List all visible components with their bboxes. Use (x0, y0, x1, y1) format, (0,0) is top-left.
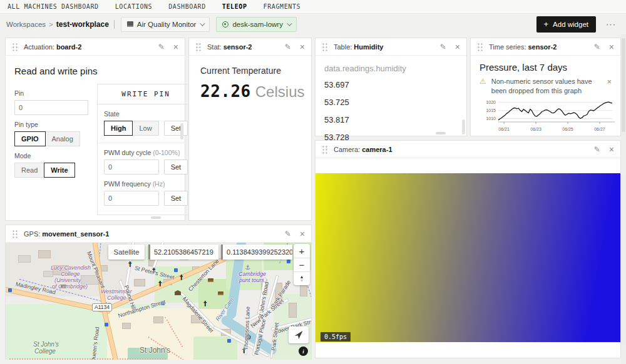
stat-value: 22.26 (200, 82, 251, 101)
add-widget-label: Add widget (553, 21, 588, 28)
info-button[interactable]: i (299, 346, 308, 356)
scrollbar-thumb[interactable] (180, 123, 183, 139)
resize-handle[interactable] (436, 132, 446, 134)
widget-type-label: Camera: (334, 146, 360, 153)
widget-name: board-2 (56, 43, 81, 51)
pwm-duty-input[interactable] (104, 159, 159, 174)
map-label: Madingley Road (15, 281, 56, 295)
map-label: Cambridge (239, 271, 266, 277)
map-label: College (107, 295, 126, 301)
more-menu-button[interactable]: ··· (606, 19, 616, 29)
machine-select[interactable]: desk-sam-lowry (216, 17, 297, 32)
add-widget-button[interactable]: + Add widget (536, 16, 597, 33)
zoom-in-button[interactable]: + (294, 244, 310, 258)
svg-text:1010: 1010 (486, 116, 496, 121)
state-label: State (104, 110, 188, 118)
scrollbar-thumb[interactable] (462, 119, 465, 134)
svg-text:06/27: 06/27 (594, 127, 605, 131)
table-column-header: data.readings.humidity (324, 56, 458, 76)
drag-handle-icon[interactable] (477, 43, 483, 51)
gps-map[interactable]: ††††††⚓⚙ Mount PleasantLucy CavendishCol… (6, 243, 311, 360)
map-label: College (34, 348, 56, 355)
close-icon[interactable]: × (173, 42, 178, 52)
drag-handle-icon[interactable] (322, 145, 328, 154)
widget-type-label: Actuation: (24, 43, 54, 51)
close-icon[interactable]: × (455, 42, 460, 52)
top-nav: ALL MACHINES DASHBOARDLOCATIONSDASHBOARD… (0, 0, 626, 14)
chevron-down-icon (287, 21, 292, 26)
page-scrollbar[interactable] (621, 34, 626, 364)
widget-type-label: Stat: (207, 43, 222, 51)
map-label: Magdalene Street (182, 296, 215, 334)
location-select[interactable]: Air Quality Monitor (121, 17, 210, 32)
edit-icon[interactable]: ✎ (594, 145, 600, 154)
plus-icon: + (544, 20, 549, 28)
map-label: Lucy Cavendish (51, 265, 91, 271)
breadcrumb-current[interactable]: test-workplace (56, 20, 109, 29)
nav-item[interactable]: TELEOP (222, 3, 247, 10)
pwm-freq-input[interactable] (104, 191, 159, 206)
resize-handle[interactable] (151, 216, 161, 219)
satellite-toggle-button[interactable]: Satellite (108, 245, 145, 260)
dismiss-warning-icon[interactable]: × (607, 77, 612, 86)
mode-write-button[interactable]: Write (44, 163, 74, 178)
locate-button[interactable] (289, 326, 309, 343)
toolbar: Workspaces > test-workplace Air Quality … (0, 14, 626, 34)
drag-handle-icon[interactable] (12, 43, 18, 51)
navigate-icon (295, 331, 303, 339)
nav-item[interactable]: ALL MACHINES DASHBOARD (8, 3, 99, 10)
edit-icon[interactable]: ✎ (158, 43, 165, 51)
widget-table: Table:Humidity ✎ × data.readings.humidit… (315, 38, 467, 136)
pressure-chart-svg: 10101015102006/2106/2306/2506/27 (480, 97, 615, 133)
nav-item[interactable]: DASHBOARD (168, 3, 206, 10)
edit-icon[interactable]: ✎ (285, 43, 291, 51)
pin-input[interactable] (14, 100, 88, 115)
edit-icon[interactable]: ✎ (440, 43, 446, 51)
mode-read-button[interactable]: Read (14, 163, 44, 178)
breadcrumb-workspaces[interactable]: Workspaces (6, 21, 46, 28)
map-label: River Cam (215, 297, 235, 322)
write-pin-panel: WRITE PIN State High Low Set PWM duty cy… (97, 84, 195, 215)
location-icon (127, 21, 133, 27)
close-icon[interactable]: × (300, 229, 305, 239)
drag-handle-icon[interactable] (195, 43, 202, 51)
set-pwm-freq-button[interactable]: Set (164, 191, 188, 206)
set-state-button[interactable]: Set (164, 121, 188, 136)
set-pwm-duty-button[interactable]: Set (164, 159, 188, 174)
warning-icon: ⚠ (480, 77, 486, 86)
nav-item[interactable]: FRAGMENTS (264, 3, 301, 10)
state-high-button[interactable]: High (104, 121, 133, 136)
pin-type-analog-button[interactable]: Analog (45, 131, 80, 146)
zoom-out-button[interactable]: − (294, 258, 310, 271)
map-label: Chesterton Lane (188, 258, 220, 293)
compass-button[interactable]: ▲ ▼ (294, 271, 310, 285)
widget-name: sensor-2 (528, 43, 557, 51)
nav-item[interactable]: LOCATIONS (115, 3, 153, 10)
stat-unit: Celsius (255, 83, 305, 101)
map-label: St Peter's Street (134, 265, 175, 281)
drag-handle-icon[interactable] (12, 230, 18, 238)
close-icon[interactable]: × (609, 42, 614, 52)
drag-handle-icon[interactable] (322, 43, 328, 51)
map-label: Park Street (271, 322, 280, 351)
map-zoom-controls: + − ▲ ▼ (294, 244, 310, 285)
map-label: St John's (140, 346, 170, 354)
close-icon[interactable]: × (609, 144, 614, 154)
stat-label: Current Temperature (200, 66, 300, 76)
state-low-button[interactable]: Low (132, 121, 158, 136)
fps-badge: 0.5fps (321, 332, 351, 341)
latitude-input[interactable]: 52.2105386457219 (148, 245, 218, 260)
breadcrumb-cursor (114, 20, 115, 29)
map-label: of Cambridge) (52, 284, 88, 290)
map-label: College (61, 271, 80, 277)
chevron-down-icon (200, 21, 205, 26)
pin-type-gpio-button[interactable]: GPIO (14, 131, 46, 146)
edit-icon[interactable]: ✎ (594, 43, 600, 51)
svg-text:1015: 1015 (486, 108, 496, 113)
longitude-input[interactable]: 0.11384393992523201 (221, 245, 292, 260)
close-icon[interactable]: × (300, 42, 305, 52)
widget-name: camera-1 (362, 146, 392, 153)
table-row: 53.817 (324, 111, 458, 128)
edit-icon[interactable]: ✎ (285, 230, 291, 238)
svg-text:1020: 1020 (486, 100, 496, 104)
